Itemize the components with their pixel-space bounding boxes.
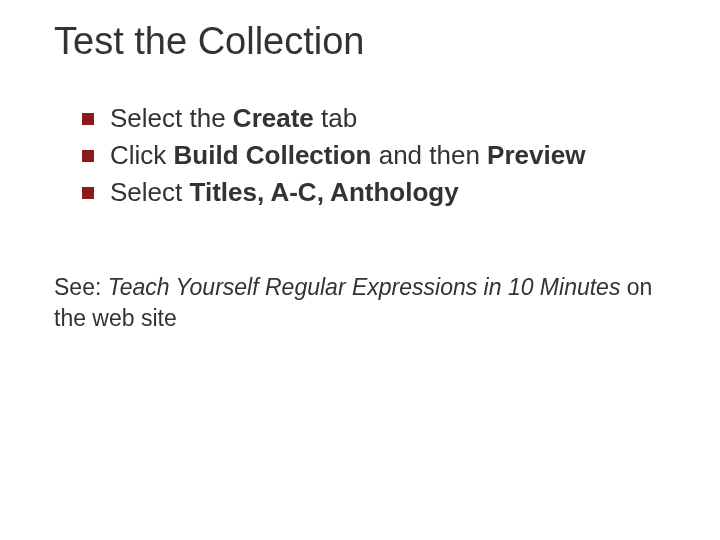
bold-text: Preview <box>487 140 585 170</box>
bullet-list: Select the Create tab Click Build Collec… <box>82 101 670 210</box>
text-segment: Click <box>110 140 174 170</box>
list-item: Select the Create tab <box>82 101 670 136</box>
list-item: Click Build Collection and then Preview <box>82 138 670 173</box>
slide-title: Test the Collection <box>54 20 670 63</box>
text-segment: Select the <box>110 103 233 133</box>
list-item: Select Titles, A-C, Anthology <box>82 175 670 210</box>
bold-text: Create <box>233 103 314 133</box>
italic-text: Teach Yourself Regular Expressions in 10… <box>108 274 621 300</box>
bold-text: Titles, A-C, Anthology <box>190 177 459 207</box>
text-segment: tab <box>314 103 357 133</box>
see-reference: See: Teach Yourself Regular Expressions … <box>54 272 670 334</box>
text-segment: and then <box>371 140 487 170</box>
text-segment: Select <box>110 177 190 207</box>
text-segment: See: <box>54 274 108 300</box>
bold-text: Build Collection <box>174 140 372 170</box>
